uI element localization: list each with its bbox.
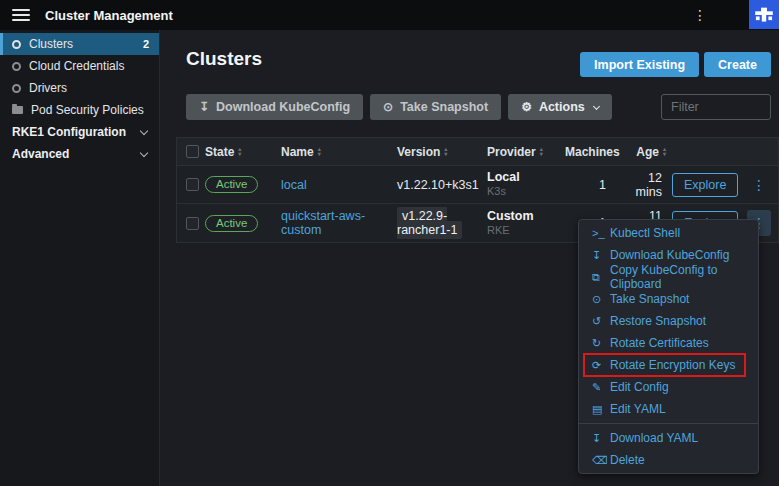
sidebar-item-label: Drivers — [29, 81, 67, 95]
hamburger-menu-icon[interactable] — [12, 6, 30, 24]
column-header-state[interactable]: State▴▾ — [205, 145, 281, 159]
rotate-keys-icon: ⟳ — [592, 359, 610, 372]
download-icon: ↧ — [592, 432, 610, 445]
row-context-menu: >_Kubectl Shell ↧Download KubeConfig ⧉Co… — [578, 219, 759, 474]
table-row: Active local v1.22.10+k3s1 LocalK3s 1 12… — [177, 166, 778, 204]
sidebar-group-advanced[interactable]: Advanced — [0, 143, 159, 165]
actions-button[interactable]: ⚙ Actions — [508, 94, 612, 120]
column-header-machines[interactable]: Machines — [565, 145, 620, 159]
sidebar-item-pod-security-policies[interactable]: Pod Security Policies — [0, 99, 159, 121]
row-kebab-icon[interactable]: ⋮ — [747, 172, 771, 198]
pencil-icon: ✎ — [592, 381, 610, 394]
rancher-logo[interactable] — [749, 0, 779, 29]
machines-cell: 1 — [565, 178, 620, 192]
trash-icon: ⌫ — [592, 454, 610, 467]
menu-item-rotate-encryption-keys[interactable]: ⟳Rotate Encryption Keys — [579, 354, 758, 376]
download-icon: ↧ — [592, 249, 610, 262]
column-header-provider[interactable]: Provider▴▾ — [487, 145, 565, 159]
overflow-menu-icon[interactable]: ⋮ — [693, 5, 707, 25]
sort-icon: ▴▾ — [444, 147, 447, 156]
sort-icon: ▴▾ — [238, 147, 241, 156]
version-cell: v1.22.10+k3s1 — [397, 178, 487, 192]
camera-icon: ⊙ — [592, 293, 610, 306]
take-snapshot-button[interactable]: ⊙ Take Snapshot — [370, 94, 501, 120]
gear-icon: ⚙ — [521, 100, 532, 114]
page-title: Clusters — [186, 48, 262, 70]
import-existing-button[interactable]: Import Existing — [580, 52, 699, 77]
provider-cell: CustomRKE — [487, 210, 565, 237]
sidebar-item-clusters[interactable]: Clusters 2 — [0, 33, 159, 55]
sort-icon: ▴▾ — [663, 147, 666, 156]
sidebar-item-drivers[interactable]: Drivers — [0, 77, 159, 99]
version-cell: v1.22.9-rancher1-1 — [397, 209, 487, 237]
cluster-name-link[interactable]: quickstart-aws-custom — [281, 209, 397, 237]
chevron-down-icon — [593, 102, 600, 109]
sidebar-group-rke1-configuration[interactable]: RKE1 Configuration — [0, 121, 159, 143]
sidebar-group-label: RKE1 Configuration — [12, 125, 126, 139]
file-icon: ▤ — [592, 403, 610, 416]
menu-item-edit-yaml[interactable]: ▤Edit YAML — [579, 398, 758, 420]
copy-icon: ⧉ — [592, 271, 610, 284]
menu-item-kubectl-shell[interactable]: >_Kubectl Shell — [579, 222, 758, 244]
column-header-name[interactable]: Name▴▾ — [281, 145, 397, 159]
camera-icon: ⊙ — [383, 100, 393, 114]
menu-divider — [579, 423, 758, 424]
filter-input[interactable] — [661, 94, 771, 120]
status-badge: Active — [205, 215, 258, 232]
chevron-down-icon — [140, 126, 148, 134]
terminal-icon: >_ — [592, 227, 610, 239]
menu-item-copy-kubeconfig[interactable]: ⧉Copy KubeConfig to Clipboard — [579, 266, 758, 288]
download-icon: ↧ — [199, 100, 209, 114]
row-checkbox[interactable] — [186, 178, 199, 191]
menu-item-edit-config[interactable]: ✎Edit Config — [579, 376, 758, 398]
create-button[interactable]: Create — [704, 52, 771, 77]
download-kubeconfig-button[interactable]: ↧ Download KubeConfig — [186, 94, 363, 120]
sidebar-group-label: Advanced — [12, 147, 69, 161]
menu-item-rotate-certificates[interactable]: ↻Rotate Certificates — [579, 332, 758, 354]
sort-icon: ▴▾ — [540, 147, 543, 156]
rotate-icon: ↻ — [592, 337, 610, 350]
status-badge: Active — [205, 176, 258, 193]
top-bar: Cluster Management ⋮ — [0, 0, 779, 30]
table-header-row: State▴▾ Name▴▾ Version▴▾ Provider▴▾ Mach… — [177, 138, 778, 166]
menu-item-download-yaml[interactable]: ↧Download YAML — [579, 427, 758, 449]
menu-item-delete[interactable]: ⌫Delete — [579, 449, 758, 471]
app-title: Cluster Management — [45, 8, 173, 23]
sidebar-item-label: Clusters — [29, 37, 73, 51]
menu-item-take-snapshot[interactable]: ⊙Take Snapshot — [579, 288, 758, 310]
column-header-version[interactable]: Version▴▾ — [397, 145, 487, 159]
chevron-down-icon — [140, 148, 148, 156]
sidebar-item-label: Cloud Credentials — [29, 59, 124, 73]
app-window: Cluster Management ⋮ Clusters 2 Cloud Cr… — [0, 0, 779, 486]
sidebar-item-cloud-credentials[interactable]: Cloud Credentials — [0, 55, 159, 77]
drivers-icon — [12, 84, 21, 93]
sidebar-item-label: Pod Security Policies — [31, 103, 144, 117]
sidebar: Clusters 2 Cloud Credentials Drivers Pod… — [0, 30, 160, 486]
column-header-age[interactable]: Age▴▾ — [620, 145, 668, 159]
cluster-icon — [12, 40, 21, 49]
restore-icon: ↺ — [592, 315, 610, 328]
version-chip: v1.22.9-rancher1-1 — [397, 207, 462, 239]
explore-button[interactable]: Explore — [672, 173, 738, 197]
folder-icon — [12, 106, 23, 114]
cluster-name-link[interactable]: local — [281, 178, 397, 192]
bulk-actions-toolbar: ↧ Download KubeConfig ⊙ Take Snapshot ⚙ … — [186, 94, 612, 120]
count-badge: 2 — [143, 38, 149, 50]
select-all-checkbox[interactable] — [186, 145, 199, 158]
provider-cell: LocalK3s — [487, 171, 565, 198]
age-cell: 12 mins — [620, 171, 668, 199]
sort-icon: ▴▾ — [318, 147, 321, 156]
credentials-icon — [12, 62, 21, 71]
menu-item-restore-snapshot[interactable]: ↺Restore Snapshot — [579, 310, 758, 332]
row-checkbox[interactable] — [186, 217, 199, 230]
